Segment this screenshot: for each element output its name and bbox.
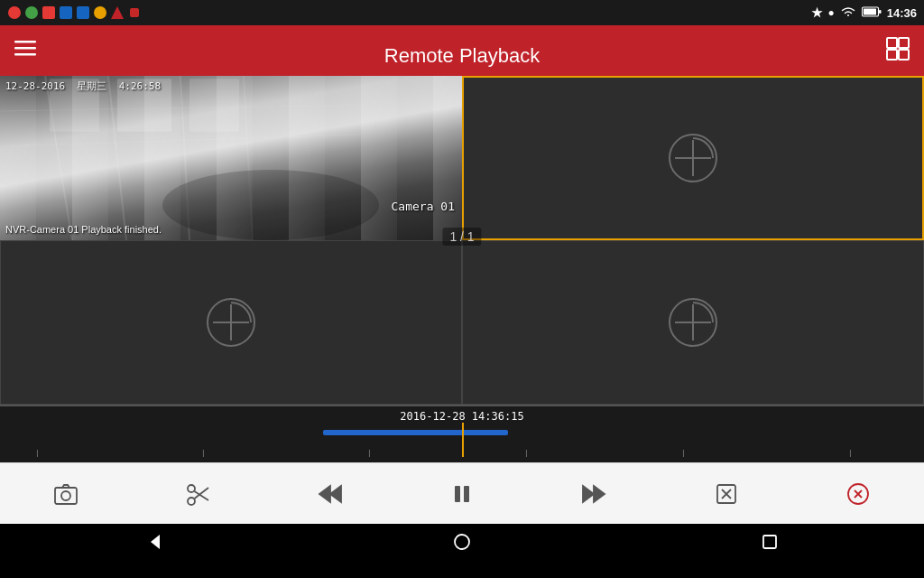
status-right-icons: ★ ● 14:36 — [811, 5, 918, 21]
stop-button[interactable] — [703, 474, 750, 514]
status-bar: ★ ● 14:36 — [0, 0, 924, 25]
app-icon-3 — [42, 5, 56, 20]
svg-rect-9 — [864, 8, 876, 14]
add-channel-2[interactable] — [666, 131, 720, 185]
app-icon-7 — [110, 5, 125, 20]
signal-icon: ● — [828, 6, 835, 19]
tl-label-13: 13:00 — [187, 450, 219, 457]
svg-marker-48 — [594, 486, 605, 502]
app-icon-6 — [93, 5, 107, 20]
svg-rect-14 — [887, 38, 897, 48]
video-cell-2[interactable] — [462, 76, 924, 240]
video-cell-4[interactable] — [462, 240, 924, 405]
svg-rect-15 — [899, 38, 909, 48]
add-channel-3[interactable] — [204, 295, 258, 350]
svg-rect-45 — [455, 486, 460, 502]
svg-rect-10 — [879, 10, 882, 14]
timeline-playhead[interactable] — [462, 423, 464, 457]
svg-rect-26 — [189, 79, 239, 132]
battery-icon — [862, 5, 882, 21]
svg-point-54 — [455, 535, 469, 549]
time-display: 14:36 — [887, 6, 917, 20]
fast-forward-button[interactable] — [570, 474, 617, 514]
svg-rect-3 — [60, 6, 72, 19]
svg-point-0 — [8, 6, 21, 19]
page-indicator: 1 / 1 — [442, 228, 481, 246]
svg-point-39 — [188, 498, 195, 505]
app-icon-4 — [59, 5, 73, 20]
video-cell-1[interactable]: 12-28-2016 星期三 4:26:58 Camera 01 NVR-Cam… — [0, 76, 462, 240]
tl-label-14: 14:00 — [354, 450, 386, 457]
wifi-icon — [840, 5, 856, 21]
menu-button[interactable] — [14, 37, 36, 64]
svg-rect-37 — [55, 488, 77, 504]
snapshot-button[interactable] — [42, 474, 89, 514]
rewind-button[interactable] — [307, 474, 354, 514]
svg-marker-44 — [330, 486, 341, 502]
svg-marker-47 — [583, 486, 594, 502]
svg-line-23 — [0, 135, 361, 146]
camera-datetime: 12-28-2016 星期三 4:26:58 — [5, 79, 161, 93]
recent-button[interactable] — [752, 524, 788, 560]
svg-rect-16 — [887, 50, 897, 60]
app-icon-5 — [76, 5, 90, 20]
app-bar: Remote Playback — [0, 25, 924, 76]
app-icon-2 — [24, 5, 39, 20]
svg-marker-53 — [151, 535, 160, 549]
layout-button[interactable] — [886, 37, 910, 65]
svg-rect-12 — [14, 47, 36, 50]
svg-rect-17 — [899, 50, 909, 60]
nav-bar — [0, 524, 924, 560]
svg-point-5 — [94, 6, 106, 19]
bottom-toolbar — [0, 462, 924, 524]
mute-button[interactable] — [835, 474, 882, 514]
svg-rect-55 — [763, 536, 776, 548]
svg-marker-6 — [111, 6, 124, 19]
timeline-datetime: 2016-12-28 14:36:15 — [0, 406, 924, 423]
svg-point-27 — [162, 170, 379, 240]
home-button[interactable] — [444, 524, 480, 560]
svg-rect-11 — [14, 41, 36, 43]
svg-marker-43 — [319, 486, 330, 502]
recording-bar — [323, 430, 508, 435]
timeline[interactable]: 2016-12-28 14:36:15 12:00 13:00 14:00 15… — [0, 406, 924, 462]
app-icon-8 — [127, 5, 142, 20]
camera-status-text: NVR-Camera 01 Playback finished. — [5, 224, 162, 235]
tl-label-17: 17:00 — [834, 450, 866, 457]
svg-point-1 — [25, 6, 38, 19]
tl-label-15: 15:00 — [511, 450, 543, 457]
add-channel-4[interactable] — [666, 295, 720, 350]
status-app-icons — [7, 5, 142, 20]
svg-rect-2 — [42, 6, 55, 19]
video-cell-3[interactable] — [0, 240, 462, 405]
bluetooth-icon: ★ — [811, 5, 823, 20]
page-title: Remote Playback — [384, 31, 540, 81]
svg-rect-46 — [464, 486, 469, 502]
timeline-ruler[interactable]: 12:00 13:00 14:00 15:00 16:00 17:00 — [0, 423, 924, 457]
trim-button[interactable] — [174, 474, 221, 514]
back-button[interactable] — [136, 524, 172, 560]
tl-label-16: 16:00 — [668, 450, 700, 457]
pause-button[interactable] — [439, 474, 485, 514]
camera-name-label: Camera 01 — [392, 200, 455, 213]
svg-rect-4 — [77, 6, 89, 19]
tl-label-12: 12:00 — [21, 450, 53, 457]
svg-point-40 — [188, 485, 195, 492]
camera-image-overlay — [0, 76, 462, 240]
svg-point-38 — [61, 491, 70, 500]
svg-rect-13 — [14, 53, 36, 56]
svg-rect-7 — [130, 8, 139, 17]
app-icon-1 — [7, 5, 22, 20]
